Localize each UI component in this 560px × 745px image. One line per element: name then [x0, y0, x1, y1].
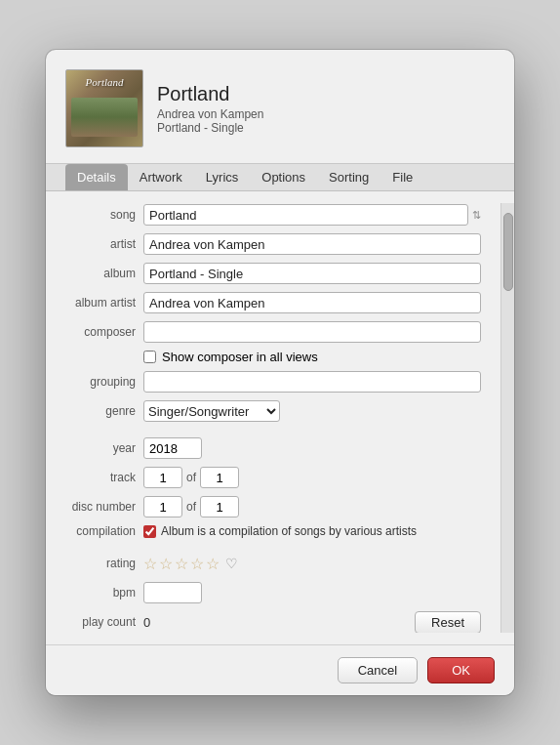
dialog-header: Portland Portland Andrea von Kampen Port… [46, 69, 514, 163]
track-label: track [46, 471, 143, 484]
show-composer-checkbox[interactable] [143, 351, 156, 363]
show-composer-row: Show composer in all views [46, 350, 481, 364]
track-num-input[interactable] [143, 467, 182, 488]
show-composer-label: Show composer in all views [162, 350, 318, 364]
grouping-row: grouping [46, 370, 481, 393]
rating-label: rating [46, 557, 143, 570]
album-art-text: Portland [85, 76, 123, 88]
song-label: song [46, 208, 143, 222]
bpm-label: bpm [46, 586, 143, 600]
playcount-label: play count [46, 615, 143, 629]
grouping-label: grouping [46, 375, 143, 389]
album-label: album [46, 267, 143, 280]
artist-input[interactable] [143, 233, 481, 255]
composer-row: composer [46, 320, 481, 344]
rating-row: rating ☆ ☆ ☆ ☆ ☆ ♡ [46, 552, 481, 575]
heart-icon[interactable]: ♡ [225, 556, 238, 571]
scrollbar-thumb[interactable] [503, 213, 513, 291]
dialog: Portland Portland Andrea von Kampen Port… [46, 50, 514, 695]
track-row: track of [46, 466, 481, 489]
album-artist-label: album artist [46, 296, 143, 310]
tab-sorting[interactable]: Sorting [317, 164, 380, 190]
header-artist: Andrea von Kampen [157, 107, 263, 121]
rating-stars: ☆ ☆ ☆ ☆ ☆ ♡ [143, 555, 238, 573]
composer-input[interactable] [143, 321, 481, 343]
compilation-checkbox[interactable] [143, 525, 156, 538]
year-input[interactable] [143, 437, 202, 459]
scrollbar[interactable] [500, 203, 514, 633]
song-input[interactable] [143, 204, 468, 226]
album-input[interactable] [143, 263, 481, 284]
star-1[interactable]: ☆ [143, 555, 157, 573]
song-row: song ⇅ [46, 203, 481, 227]
genre-select[interactable]: Singer/Songwriter Pop Rock Folk Country … [143, 400, 280, 422]
disc-of-input[interactable] [200, 496, 239, 517]
ok-button[interactable]: OK [427, 657, 495, 683]
disc-num-input[interactable] [143, 496, 182, 517]
disc-of-label: of [182, 500, 200, 514]
album-art: Portland [65, 69, 143, 147]
header-album: Portland - Single [157, 121, 263, 135]
tab-options[interactable]: Options [250, 164, 317, 190]
year-row: year [46, 436, 481, 460]
artist-row: artist [46, 232, 481, 256]
sort-arrow-icon: ⇅ [472, 209, 481, 222]
tab-artwork[interactable]: Artwork [128, 164, 194, 190]
grouping-input[interactable] [143, 371, 481, 393]
playcount-row: play count 0 Reset [46, 610, 481, 633]
bpm-input[interactable] [143, 582, 202, 603]
disc-row: disc number of [46, 495, 481, 518]
header-info: Portland Andrea von Kampen Portland - Si… [157, 82, 263, 135]
form-area: song ⇅ artist album album artist [46, 203, 500, 633]
bpm-row: bpm [46, 581, 481, 604]
reset-button[interactable]: Reset [415, 611, 481, 634]
dialog-footer: Cancel OK [46, 644, 514, 695]
genre-row: genre Singer/Songwriter Pop Rock Folk Co… [46, 399, 481, 423]
cancel-button[interactable]: Cancel [338, 657, 418, 683]
compilation-row: compilation Album is a compilation of so… [46, 524, 481, 538]
album-art-landscape [71, 98, 138, 137]
dialog-content: song ⇅ artist album album artist [46, 191, 514, 644]
tab-lyrics[interactable]: Lyrics [194, 164, 250, 190]
star-3[interactable]: ☆ [175, 555, 188, 573]
star-2[interactable]: ☆ [159, 555, 173, 573]
composer-label: composer [46, 325, 143, 339]
disc-label: disc number [46, 500, 143, 514]
tab-details[interactable]: Details [65, 164, 128, 190]
playcount-value: 0 [143, 615, 150, 630]
artist-label: artist [46, 237, 143, 251]
track-of-input[interactable] [200, 467, 239, 488]
tab-file[interactable]: File [380, 164, 424, 190]
compilation-text: Album is a compilation of songs by vario… [161, 524, 417, 538]
track-of-label: of [182, 471, 200, 484]
star-4[interactable]: ☆ [190, 555, 204, 573]
album-artist-row: album artist [46, 291, 481, 314]
album-row: album [46, 262, 481, 285]
year-label: year [46, 441, 143, 455]
compilation-label: compilation [46, 524, 143, 538]
genre-label: genre [46, 404, 143, 418]
album-artist-input[interactable] [143, 292, 481, 313]
star-5[interactable]: ☆ [206, 555, 220, 573]
header-title: Portland [157, 82, 263, 105]
tab-bar: Details Artwork Lyrics Options Sorting F… [46, 163, 514, 191]
